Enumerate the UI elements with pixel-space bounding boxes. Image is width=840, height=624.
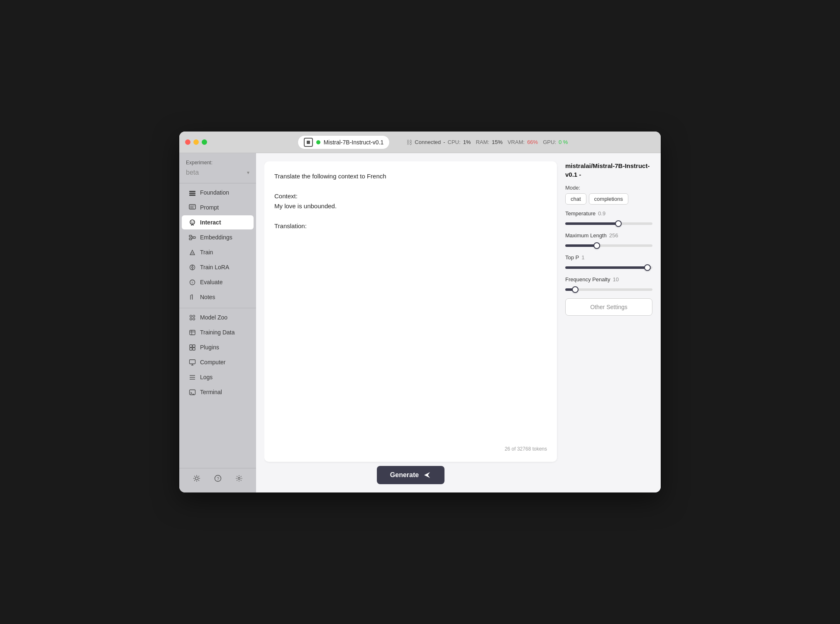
sidebar-label-train-lora: Train LoRA: [200, 264, 229, 271]
sidebar-label-foundation: Foundation: [200, 189, 229, 196]
embeddings-icon: [188, 234, 196, 241]
sidebar-item-interact[interactable]: Interact: [182, 215, 254, 229]
svg-rect-1: [189, 193, 195, 194]
sidebar-label-logs: Logs: [200, 374, 212, 380]
experiment-selector[interactable]: beta ▾: [179, 167, 256, 181]
sidebar-item-computer[interactable]: Computer: [182, 355, 254, 369]
chevron-down-icon: ▾: [247, 170, 249, 176]
svg-rect-2: [189, 195, 195, 196]
token-count: 26 of 32768 tokens: [274, 442, 547, 452]
prompt-box[interactable]: Translate the following context to Frenc…: [264, 161, 557, 462]
gpu-label: GPU:: [543, 139, 556, 145]
vram-value: 66%: [527, 139, 538, 145]
generate-label: Generate: [390, 471, 419, 479]
sidebar-divider-2: [179, 308, 256, 308]
svg-point-26: [190, 315, 192, 317]
svg-rect-12: [193, 236, 195, 238]
sidebar-label-plugins: Plugins: [200, 344, 219, 351]
stop-icon: [307, 141, 310, 144]
freq-penalty-slider[interactable]: [565, 288, 652, 291]
sidebar-label-interact: Interact: [200, 219, 221, 226]
interact-icon: [188, 219, 196, 226]
max-length-section: Maximum Length 256: [565, 232, 652, 249]
model-name: Mistral-7B-Instruct-v0.1: [324, 139, 384, 146]
plugins-icon: [188, 344, 196, 351]
sidebar-item-training-data[interactable]: Training Data: [182, 325, 254, 339]
sidebar-item-terminal[interactable]: Terminal: [182, 385, 254, 399]
svg-rect-35: [190, 348, 192, 350]
temperature-value: 0.9: [598, 210, 606, 217]
sidebar-item-evaluate[interactable]: ? Evaluate: [182, 275, 254, 289]
svg-point-29: [193, 318, 195, 320]
svg-rect-30: [190, 330, 195, 335]
sidebar-item-prompt[interactable]: Prompt: [182, 200, 254, 214]
freq-penalty-value: 10: [613, 276, 618, 283]
sidebar-item-plugins[interactable]: Plugins: [182, 340, 254, 354]
temperature-slider[interactable]: [565, 222, 652, 225]
settings-button[interactable]: [233, 473, 245, 484]
max-length-label: Maximum Length: [565, 232, 607, 239]
sidebar-label-training-data: Training Data: [200, 329, 235, 336]
generate-row: Generate: [264, 466, 557, 484]
help-button[interactable]: ?: [212, 473, 224, 484]
sidebar-item-train[interactable]: Train: [182, 245, 254, 259]
titlebar: Mistral-7B-Instruct-v0.1 ⛓ Connected - C…: [179, 132, 661, 153]
ram-label: RAM:: [476, 139, 489, 145]
freq-penalty-section: Frequency Penalty 10: [565, 276, 652, 292]
other-settings-button[interactable]: Other Settings: [565, 298, 652, 316]
prompt-area: Translate the following context to Frenc…: [264, 161, 557, 484]
sidebar-item-embeddings[interactable]: Embeddings: [182, 230, 254, 244]
prompt-text[interactable]: Translate the following context to Frenc…: [274, 171, 547, 442]
svg-point-18: [191, 266, 193, 268]
mode-buttons: chat completions: [565, 193, 652, 205]
svg-point-45: [195, 477, 198, 480]
brightness-button[interactable]: [191, 473, 203, 484]
sidebar-item-train-lora[interactable]: Train LoRA: [182, 260, 254, 274]
mode-completions-button[interactable]: completions: [589, 193, 628, 205]
sidebar-label-train: Train: [200, 249, 213, 256]
svg-point-56: [238, 478, 240, 480]
status-dot: [316, 140, 320, 144]
train-lora-icon: [188, 263, 196, 271]
svg-point-9: [193, 222, 193, 222]
generate-button[interactable]: Generate: [377, 466, 444, 484]
evaluate-icon: ?: [188, 278, 196, 286]
svg-rect-34: [193, 345, 195, 347]
sidebar-item-logs[interactable]: Logs: [182, 370, 254, 384]
svg-rect-36: [193, 348, 195, 350]
close-button[interactable]: [185, 139, 190, 145]
sidebar-bottom: ?: [179, 468, 256, 488]
sidebar-item-model-zoo[interactable]: Model Zoo: [182, 310, 254, 324]
model-selector[interactable]: Mistral-7B-Instruct-v0.1: [298, 135, 390, 149]
svg-rect-37: [189, 360, 195, 364]
top-p-value: 1: [581, 254, 584, 261]
sidebar-label-evaluate: Evaluate: [200, 279, 222, 285]
cpu-value: 1%: [463, 139, 471, 145]
sidebar-item-notes[interactable]: Notes: [182, 290, 254, 304]
content-inner: Translate the following context to Frenc…: [264, 161, 652, 484]
minimize-button[interactable]: [193, 139, 199, 145]
experiment-label: Experiment:: [179, 160, 256, 166]
content-area: Translate the following context to Frenc…: [256, 153, 661, 492]
mode-section: Mode: chat completions: [565, 185, 652, 205]
mode-chat-button[interactable]: chat: [565, 193, 586, 205]
svg-point-7: [190, 220, 195, 224]
mode-label: Mode:: [565, 185, 652, 191]
svg-line-52: [198, 476, 199, 477]
training-data-icon: [188, 329, 196, 336]
max-length-slider[interactable]: [565, 244, 652, 247]
sidebar: Experiment: beta ▾ Foundation: [179, 153, 256, 492]
top-p-slider[interactable]: [565, 266, 652, 269]
sidebar-item-foundation[interactable]: Foundation: [182, 185, 254, 200]
maximize-button[interactable]: [202, 139, 207, 145]
sidebar-label-notes: Notes: [200, 294, 215, 300]
prompt-icon: [188, 204, 196, 211]
ram-value: 15%: [492, 139, 503, 145]
sidebar-label-model-zoo: Model Zoo: [200, 314, 227, 321]
temperature-label: Temperature: [565, 210, 596, 217]
right-panel: mistralai/Mistral-7B-Instruct-v0.1 - Mod…: [565, 161, 652, 484]
svg-line-50: [194, 476, 195, 477]
svg-point-8: [191, 222, 192, 222]
sidebar-label-prompt: Prompt: [200, 204, 219, 211]
stop-button[interactable]: [304, 138, 313, 147]
